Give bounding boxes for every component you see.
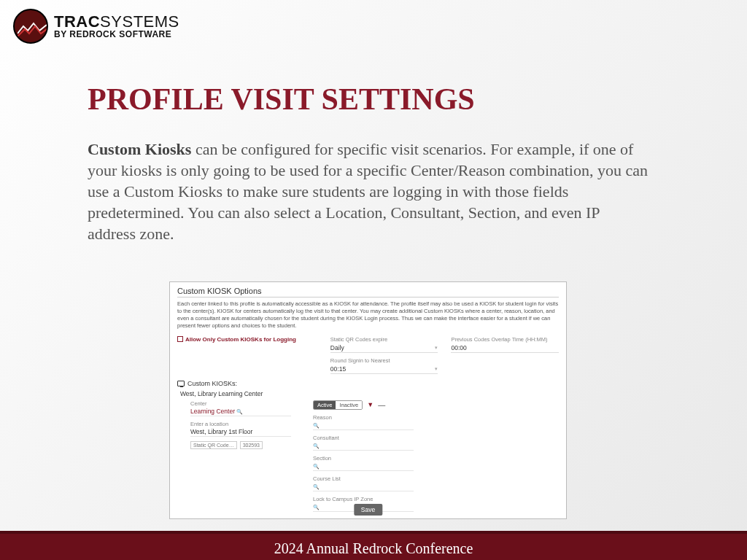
kiosk-name: West, Library Learning Center xyxy=(180,390,559,397)
search-icon: 🔍 xyxy=(313,423,320,428)
overlap-time-label: Previous Codes Overlap Time (HH:MM) xyxy=(451,336,559,343)
body-lead: Custom Kiosks xyxy=(88,140,191,158)
qr-expire-label: Static QR Codes expire xyxy=(330,336,438,343)
monitor-icon xyxy=(177,381,185,386)
brand-logo: TRACSYSTEMS BY REDROCK SOFTWARE xyxy=(13,9,179,44)
search-icon: 🔍 xyxy=(313,505,320,510)
save-button[interactable]: Save xyxy=(354,504,382,516)
static-qr-label: Static QR Code… xyxy=(190,441,237,449)
search-icon: 🔍 xyxy=(313,464,320,469)
course-list-label: Course List xyxy=(313,475,414,482)
round-signin-select[interactable]: 00:15▾ xyxy=(330,365,438,374)
search-icon: 🔍 xyxy=(236,409,243,414)
remove-icon[interactable]: — xyxy=(378,401,385,409)
chevron-down-icon: ▾ xyxy=(435,366,438,372)
reason-field[interactable]: 🔍 xyxy=(313,421,414,430)
location-field[interactable]: West, Library 1st Floor xyxy=(190,428,291,437)
consultant-label: Consultant xyxy=(313,435,414,441)
overlap-time-input[interactable]: 00:00 xyxy=(451,343,559,353)
logo-subtitle: BY REDROCK SOFTWARE xyxy=(54,30,179,39)
section-label: Section xyxy=(313,455,414,462)
ip-zone-label: Lock to Campus IP Zone xyxy=(313,496,414,502)
search-icon: 🔍 xyxy=(313,484,320,489)
panel-description: Each center linked to this profile is au… xyxy=(177,300,559,330)
course-list-field[interactable]: 🔍 xyxy=(313,483,414,491)
qr-expire-select[interactable]: Daily▾ xyxy=(330,343,438,353)
chevron-down-icon: ▾ xyxy=(435,345,438,351)
consultant-field[interactable]: 🔍 xyxy=(313,442,414,451)
footer-bar: 2024 Annual Redrock Conference xyxy=(0,531,747,560)
center-field[interactable]: Learning Center 🔍 xyxy=(190,408,291,416)
active-inactive-toggle[interactable]: ActiveInactive xyxy=(313,400,363,410)
reason-label: Reason xyxy=(313,414,414,421)
chevron-down-icon[interactable]: ▼ xyxy=(367,401,374,408)
allow-only-custom-kiosks-checkbox[interactable]: Allow Only Custom KIOSKs for Logging xyxy=(177,336,317,343)
checkbox-icon xyxy=(177,336,183,342)
custom-kiosks-header: Custom KIOSKs: xyxy=(177,380,559,387)
round-signin-label: Round Signin to Nearest xyxy=(330,357,438,364)
location-label: Enter a location xyxy=(190,421,291,427)
page-title: PROFILE VISIT SETTINGS xyxy=(88,82,475,117)
section-field[interactable]: 🔍 xyxy=(313,462,414,471)
search-icon: 🔍 xyxy=(313,443,320,448)
center-label: Center xyxy=(190,400,291,407)
logo-wordmark: TRACSYSTEMS xyxy=(54,14,179,30)
static-qr-value: 302593 xyxy=(240,441,263,449)
custom-kiosk-options-panel: Custom KIOSK Options Each center linked … xyxy=(169,281,567,519)
panel-title: Custom KIOSK Options xyxy=(177,287,559,298)
logo-badge-icon xyxy=(13,9,48,44)
body-paragraph: Custom Kiosks can be configured for spec… xyxy=(88,139,649,244)
